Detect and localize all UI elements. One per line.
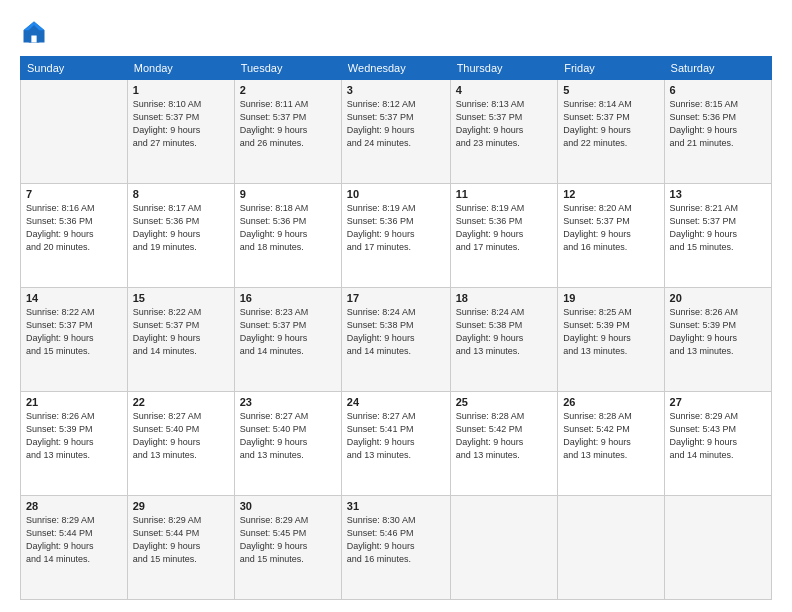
day-number: 14 <box>26 292 122 304</box>
day-cell: 27Sunrise: 8:29 AMSunset: 5:43 PMDayligh… <box>664 392 771 496</box>
day-cell: 15Sunrise: 8:22 AMSunset: 5:37 PMDayligh… <box>127 288 234 392</box>
day-number: 4 <box>456 84 553 96</box>
day-number: 26 <box>563 396 658 408</box>
day-number: 6 <box>670 84 766 96</box>
day-info: Sunrise: 8:29 AMSunset: 5:43 PMDaylight:… <box>670 410 766 462</box>
day-number: 28 <box>26 500 122 512</box>
day-info: Sunrise: 8:18 AMSunset: 5:36 PMDaylight:… <box>240 202 336 254</box>
day-cell: 3Sunrise: 8:12 AMSunset: 5:37 PMDaylight… <box>341 80 450 184</box>
day-info: Sunrise: 8:29 AMSunset: 5:44 PMDaylight:… <box>133 514 229 566</box>
header <box>20 18 772 46</box>
logo-icon <box>20 18 48 46</box>
day-info: Sunrise: 8:21 AMSunset: 5:37 PMDaylight:… <box>670 202 766 254</box>
day-info: Sunrise: 8:30 AMSunset: 5:46 PMDaylight:… <box>347 514 445 566</box>
week-row-1: 1Sunrise: 8:10 AMSunset: 5:37 PMDaylight… <box>21 80 772 184</box>
day-number: 13 <box>670 188 766 200</box>
calendar: SundayMondayTuesdayWednesdayThursdayFrid… <box>20 56 772 600</box>
day-info: Sunrise: 8:22 AMSunset: 5:37 PMDaylight:… <box>133 306 229 358</box>
day-number: 21 <box>26 396 122 408</box>
calendar-header-row: SundayMondayTuesdayWednesdayThursdayFrid… <box>21 57 772 80</box>
calendar-header-thursday: Thursday <box>450 57 558 80</box>
day-number: 5 <box>563 84 658 96</box>
day-cell: 6Sunrise: 8:15 AMSunset: 5:36 PMDaylight… <box>664 80 771 184</box>
day-cell: 21Sunrise: 8:26 AMSunset: 5:39 PMDayligh… <box>21 392 128 496</box>
day-cell: 16Sunrise: 8:23 AMSunset: 5:37 PMDayligh… <box>234 288 341 392</box>
day-info: Sunrise: 8:24 AMSunset: 5:38 PMDaylight:… <box>456 306 553 358</box>
day-number: 8 <box>133 188 229 200</box>
day-info: Sunrise: 8:27 AMSunset: 5:40 PMDaylight:… <box>240 410 336 462</box>
day-info: Sunrise: 8:29 AMSunset: 5:44 PMDaylight:… <box>26 514 122 566</box>
day-info: Sunrise: 8:27 AMSunset: 5:41 PMDaylight:… <box>347 410 445 462</box>
calendar-header-friday: Friday <box>558 57 664 80</box>
day-cell: 5Sunrise: 8:14 AMSunset: 5:37 PMDaylight… <box>558 80 664 184</box>
day-info: Sunrise: 8:26 AMSunset: 5:39 PMDaylight:… <box>670 306 766 358</box>
day-number: 15 <box>133 292 229 304</box>
day-cell: 13Sunrise: 8:21 AMSunset: 5:37 PMDayligh… <box>664 184 771 288</box>
day-cell: 10Sunrise: 8:19 AMSunset: 5:36 PMDayligh… <box>341 184 450 288</box>
day-cell: 19Sunrise: 8:25 AMSunset: 5:39 PMDayligh… <box>558 288 664 392</box>
day-cell: 24Sunrise: 8:27 AMSunset: 5:41 PMDayligh… <box>341 392 450 496</box>
day-number: 1 <box>133 84 229 96</box>
day-info: Sunrise: 8:23 AMSunset: 5:37 PMDaylight:… <box>240 306 336 358</box>
day-info: Sunrise: 8:20 AMSunset: 5:37 PMDaylight:… <box>563 202 658 254</box>
svg-rect-3 <box>31 36 36 43</box>
day-cell: 31Sunrise: 8:30 AMSunset: 5:46 PMDayligh… <box>341 496 450 600</box>
day-cell: 30Sunrise: 8:29 AMSunset: 5:45 PMDayligh… <box>234 496 341 600</box>
day-info: Sunrise: 8:19 AMSunset: 5:36 PMDaylight:… <box>456 202 553 254</box>
day-cell: 29Sunrise: 8:29 AMSunset: 5:44 PMDayligh… <box>127 496 234 600</box>
day-number: 18 <box>456 292 553 304</box>
day-info: Sunrise: 8:22 AMSunset: 5:37 PMDaylight:… <box>26 306 122 358</box>
day-cell: 4Sunrise: 8:13 AMSunset: 5:37 PMDaylight… <box>450 80 558 184</box>
day-number: 16 <box>240 292 336 304</box>
day-info: Sunrise: 8:19 AMSunset: 5:36 PMDaylight:… <box>347 202 445 254</box>
day-info: Sunrise: 8:24 AMSunset: 5:38 PMDaylight:… <box>347 306 445 358</box>
calendar-header-saturday: Saturday <box>664 57 771 80</box>
day-info: Sunrise: 8:28 AMSunset: 5:42 PMDaylight:… <box>456 410 553 462</box>
day-cell: 1Sunrise: 8:10 AMSunset: 5:37 PMDaylight… <box>127 80 234 184</box>
day-number: 27 <box>670 396 766 408</box>
day-cell: 17Sunrise: 8:24 AMSunset: 5:38 PMDayligh… <box>341 288 450 392</box>
day-cell: 12Sunrise: 8:20 AMSunset: 5:37 PMDayligh… <box>558 184 664 288</box>
day-info: Sunrise: 8:13 AMSunset: 5:37 PMDaylight:… <box>456 98 553 150</box>
week-row-2: 7Sunrise: 8:16 AMSunset: 5:36 PMDaylight… <box>21 184 772 288</box>
week-row-5: 28Sunrise: 8:29 AMSunset: 5:44 PMDayligh… <box>21 496 772 600</box>
day-number: 29 <box>133 500 229 512</box>
calendar-header-wednesday: Wednesday <box>341 57 450 80</box>
day-info: Sunrise: 8:29 AMSunset: 5:45 PMDaylight:… <box>240 514 336 566</box>
day-cell: 20Sunrise: 8:26 AMSunset: 5:39 PMDayligh… <box>664 288 771 392</box>
day-info: Sunrise: 8:14 AMSunset: 5:37 PMDaylight:… <box>563 98 658 150</box>
calendar-header-sunday: Sunday <box>21 57 128 80</box>
day-info: Sunrise: 8:27 AMSunset: 5:40 PMDaylight:… <box>133 410 229 462</box>
calendar-header-monday: Monday <box>127 57 234 80</box>
day-number: 12 <box>563 188 658 200</box>
day-number: 17 <box>347 292 445 304</box>
day-cell: 8Sunrise: 8:17 AMSunset: 5:36 PMDaylight… <box>127 184 234 288</box>
day-info: Sunrise: 8:11 AMSunset: 5:37 PMDaylight:… <box>240 98 336 150</box>
week-row-4: 21Sunrise: 8:26 AMSunset: 5:39 PMDayligh… <box>21 392 772 496</box>
day-number: 23 <box>240 396 336 408</box>
day-cell: 26Sunrise: 8:28 AMSunset: 5:42 PMDayligh… <box>558 392 664 496</box>
day-cell: 23Sunrise: 8:27 AMSunset: 5:40 PMDayligh… <box>234 392 341 496</box>
day-cell <box>664 496 771 600</box>
day-cell: 9Sunrise: 8:18 AMSunset: 5:36 PMDaylight… <box>234 184 341 288</box>
logo <box>20 18 52 46</box>
calendar-header-tuesday: Tuesday <box>234 57 341 80</box>
day-cell: 14Sunrise: 8:22 AMSunset: 5:37 PMDayligh… <box>21 288 128 392</box>
day-info: Sunrise: 8:12 AMSunset: 5:37 PMDaylight:… <box>347 98 445 150</box>
day-number: 20 <box>670 292 766 304</box>
day-number: 10 <box>347 188 445 200</box>
day-info: Sunrise: 8:26 AMSunset: 5:39 PMDaylight:… <box>26 410 122 462</box>
day-info: Sunrise: 8:28 AMSunset: 5:42 PMDaylight:… <box>563 410 658 462</box>
day-cell: 7Sunrise: 8:16 AMSunset: 5:36 PMDaylight… <box>21 184 128 288</box>
day-cell: 28Sunrise: 8:29 AMSunset: 5:44 PMDayligh… <box>21 496 128 600</box>
day-number: 7 <box>26 188 122 200</box>
day-cell: 2Sunrise: 8:11 AMSunset: 5:37 PMDaylight… <box>234 80 341 184</box>
day-cell: 22Sunrise: 8:27 AMSunset: 5:40 PMDayligh… <box>127 392 234 496</box>
day-info: Sunrise: 8:10 AMSunset: 5:37 PMDaylight:… <box>133 98 229 150</box>
day-info: Sunrise: 8:16 AMSunset: 5:36 PMDaylight:… <box>26 202 122 254</box>
day-number: 3 <box>347 84 445 96</box>
day-number: 19 <box>563 292 658 304</box>
page: SundayMondayTuesdayWednesdayThursdayFrid… <box>0 0 792 612</box>
day-number: 9 <box>240 188 336 200</box>
day-number: 22 <box>133 396 229 408</box>
